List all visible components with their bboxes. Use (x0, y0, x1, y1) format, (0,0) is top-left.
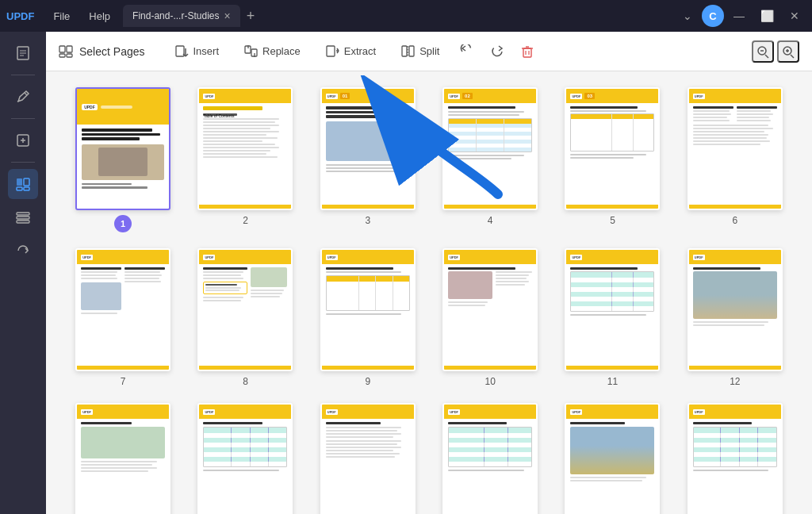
rotate-right-btn[interactable] (484, 40, 511, 63)
page-item-11[interactable]: UPDF (559, 248, 665, 387)
svg-line-41 (765, 55, 768, 58)
tab-active[interactable]: Find-and-...r-Studies × (123, 5, 240, 27)
page-number-9: 9 (365, 376, 370, 387)
page-item-15[interactable]: UPDF (315, 403, 421, 514)
page-number-7: 7 (121, 376, 126, 387)
page-item-1[interactable]: UPDF 1 (70, 87, 176, 232)
rotate-left-btn[interactable] (454, 40, 481, 63)
svg-line-4 (25, 93, 27, 95)
page-item-8[interactable]: UPDF (192, 248, 298, 387)
page-item-6[interactable]: UPDF (682, 87, 788, 232)
dropdown-btn[interactable]: ⌄ (676, 6, 699, 25)
extract-btn[interactable]: Extract (315, 40, 387, 63)
svg-line-45 (791, 55, 794, 58)
insert-label: Insert (193, 45, 220, 57)
page-item-5[interactable]: UPDF 03 (559, 87, 665, 232)
page-thumb-17[interactable]: UPDF (565, 403, 660, 514)
menu-help[interactable]: Help (82, 7, 117, 25)
sidebar-item-pages[interactable] (8, 169, 38, 199)
extract-label: Extract (344, 45, 376, 57)
page-number-3: 3 (365, 215, 370, 226)
sidebar-item-annotate[interactable] (8, 125, 38, 155)
page-thumb-11[interactable]: UPDF (565, 248, 660, 371)
page-thumb-15[interactable]: UPDF (320, 403, 416, 514)
page-number-10: 10 (485, 376, 495, 387)
rotate-right-icon (490, 44, 504, 59)
menu-file[interactable]: File (47, 7, 76, 25)
sidebar-item-convert[interactable] (8, 236, 38, 266)
insert-icon (175, 44, 189, 58)
insert-btn[interactable]: Insert (164, 40, 231, 63)
page-thumb-18[interactable]: UPDF (688, 403, 783, 514)
page-item-4[interactable]: UPDF 02 (437, 87, 543, 232)
page-item-9[interactable]: UPDF (315, 248, 421, 387)
page-item-12[interactable]: UPDF 12 (682, 248, 788, 387)
page-thumb-9[interactable]: UPDF (320, 248, 416, 371)
page-number-1: 1 (114, 215, 132, 232)
page-item-3[interactable]: UPDF 01 (315, 87, 421, 232)
page-thumb-2[interactable]: UPDF Table of Contents (197, 87, 293, 210)
svg-rect-11 (24, 187, 29, 190)
user-avatar[interactable]: C (702, 5, 724, 27)
pages-icon (59, 44, 73, 59)
sidebar-item-document[interactable] (8, 38, 38, 68)
page-thumb-13[interactable]: UPDF (75, 403, 170, 514)
replace-btn[interactable]: Replace (233, 40, 312, 63)
delete-btn[interactable] (514, 40, 541, 63)
svg-rect-9 (24, 178, 29, 186)
restore-btn[interactable]: ⬜ (754, 6, 780, 25)
replace-icon (244, 44, 258, 58)
sidebar-item-edit[interactable] (8, 82, 38, 112)
svg-rect-16 (67, 46, 72, 52)
page-number-11: 11 (607, 376, 618, 387)
svg-rect-32 (409, 46, 414, 56)
window-controls: ⌄ C — ⬜ ✕ (676, 5, 806, 27)
rotate-left-icon (460, 44, 474, 59)
tab-close-btn[interactable]: × (224, 10, 230, 22)
tab-label: Find-and-...r-Studies (132, 10, 219, 21)
page-item-18[interactable]: UPDF (682, 403, 788, 514)
svg-rect-12 (17, 213, 29, 215)
page-thumb-3[interactable]: UPDF 01 (320, 87, 416, 210)
zoom-out-btn[interactable] (752, 40, 774, 63)
split-icon (401, 44, 415, 58)
page-number-12: 12 (730, 376, 740, 387)
select-pages-title: Select Pages (59, 44, 145, 59)
page-item-2[interactable]: UPDF Table of Contents (192, 87, 298, 232)
page-thumb-5[interactable]: UPDF 03 (565, 87, 660, 210)
page-thumb-14[interactable]: UPDF (197, 403, 293, 514)
svg-rect-10 (17, 187, 22, 190)
page-thumb-8[interactable]: UPDF (197, 248, 293, 371)
page-thumb-4[interactable]: UPDF 02 (442, 87, 538, 210)
page-thumb-6[interactable]: UPDF (688, 87, 783, 210)
sidebar-item-organize[interactable] (8, 202, 38, 232)
zoom-in-icon (781, 44, 795, 59)
add-tab-btn[interactable]: + (240, 5, 262, 28)
page-item-16[interactable]: UPDF (437, 403, 543, 514)
page-number-2: 2 (243, 215, 248, 226)
svg-rect-19 (176, 46, 184, 56)
split-btn[interactable]: Split (390, 40, 450, 63)
minimize-btn[interactable]: — (727, 6, 751, 25)
page-item-7[interactable]: UPDF (70, 248, 176, 387)
page-thumb-12[interactable]: UPDF (688, 248, 783, 371)
split-label: Split (419, 45, 439, 57)
page-item-17[interactable]: UPDF 17 (559, 403, 665, 514)
page-item-13[interactable]: UPDF 13 (70, 403, 176, 514)
sidebar-divider-2 (11, 118, 35, 119)
page-thumb-7[interactable]: UPDF (75, 248, 170, 371)
page-thumb-16[interactable]: UPDF (442, 403, 538, 514)
page-item-14[interactable]: UPDF (192, 403, 298, 514)
select-pages-label: Select Pages (79, 45, 145, 58)
delete-icon (520, 44, 534, 59)
page-item-10[interactable]: UPDF (437, 248, 543, 387)
zoom-in-btn[interactable] (777, 40, 799, 63)
svg-rect-14 (17, 221, 29, 223)
page-number-8: 8 (243, 376, 248, 387)
page-thumb-1[interactable]: UPDF (75, 87, 170, 210)
svg-rect-31 (402, 46, 407, 56)
sidebar-divider-3 (11, 162, 35, 163)
left-sidebar: › (0, 32, 46, 514)
page-thumb-10[interactable]: UPDF (442, 248, 538, 371)
close-btn[interactable]: ✕ (783, 6, 806, 25)
